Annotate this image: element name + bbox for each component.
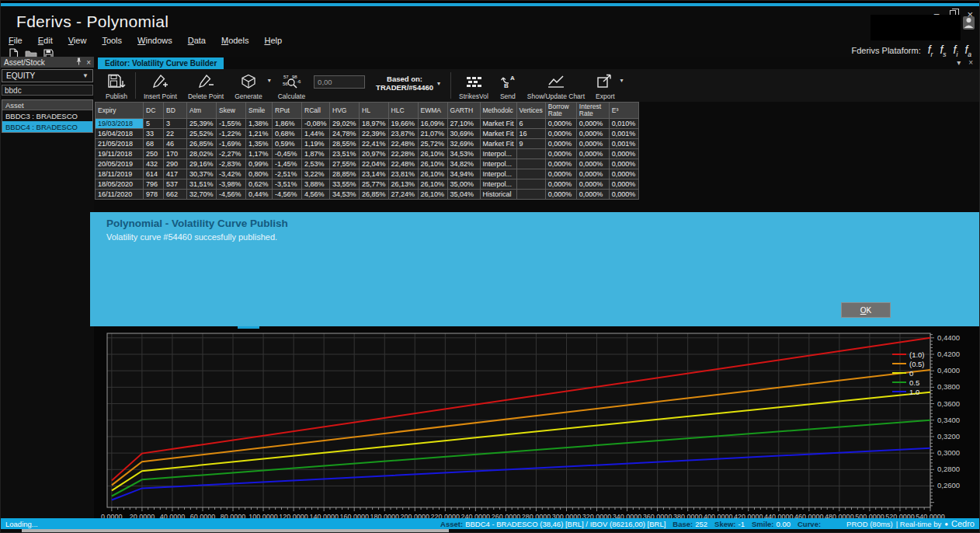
table-cell[interactable] [516,159,545,169]
table-cell[interactable]: 16,09% [418,119,447,129]
table-cell[interactable]: Interpol... [480,149,516,159]
table-cell[interactable]: 0,000% [545,129,576,139]
ok-button[interactable]: OK [841,302,891,318]
table-cell[interactable]: 170 [164,149,187,159]
table-cell[interactable]: 22,48% [388,159,418,169]
table-cell[interactable]: 25,72% [418,139,447,149]
table-cell[interactable]: 2,53% [302,159,330,169]
table-cell[interactable]: Market Fit [480,129,516,139]
table-cell[interactable]: 0,000% [576,129,609,139]
export-dropdown-icon[interactable]: ▾ [620,77,624,84]
table-cell[interactable]: 68 [144,139,164,149]
table-cell[interactable]: 31,51% [187,179,217,190]
publish-button[interactable]: Publish [100,71,133,100]
table-cell[interactable]: 0,001% [609,139,638,149]
table-cell[interactable]: 0,000% [545,169,576,179]
table-cell[interactable] [516,149,545,159]
table-cell[interactable]: 0,000% [609,159,638,169]
table-cell[interactable]: 9 [516,139,545,149]
table-cell[interactable]: 18/11/2019 [96,169,144,179]
tab-list-dropdown-icon[interactable]: ▾ [957,58,961,67]
table-cell[interactable]: 0,000% [609,179,638,190]
table-cell[interactable]: 1,17% [246,149,273,159]
table-cell[interactable]: 0,000% [545,139,576,149]
table-cell[interactable]: 27,55% [330,159,360,169]
table-cell[interactable]: Market Fit [480,119,516,129]
insert-point-button[interactable]: Insert Point [138,71,182,100]
menu-file[interactable]: File [9,36,23,45]
table-cell[interactable]: 35,00% [447,179,480,190]
table-cell[interactable]: 250 [144,149,164,159]
column-header[interactable]: RPut [273,103,302,119]
table-cell[interactable]: 33,55% [330,179,360,190]
fn-fa[interactable]: fa [964,44,971,58]
table-cell[interactable]: 0,000% [576,149,609,159]
table-cell[interactable]: 0,000% [545,119,576,129]
column-header[interactable]: Smile [246,103,273,119]
table-cell[interactable]: 21/05/2018 [96,139,144,149]
column-header[interactable]: Borrow Rate [545,103,576,119]
table-cell[interactable]: 0,44% [246,190,273,200]
column-header[interactable]: Vertices [516,103,545,119]
column-header[interactable]: E³ [609,103,638,119]
send-button[interactable]: A B Send [494,71,522,100]
column-header[interactable]: HVG [330,103,360,119]
table-cell[interactable]: 1,19% [302,139,330,149]
table-cell[interactable]: -1,22% [217,129,246,139]
table-cell[interactable]: 0,001% [609,129,638,139]
table-cell[interactable]: 26,13% [388,179,418,190]
table-cell[interactable]: 34,53% [447,149,480,159]
table-cell[interactable]: 22,28% [388,149,418,159]
table-cell[interactable]: 978 [144,190,164,200]
table-cell[interactable]: 0,010% [609,119,638,129]
table-cell[interactable]: 26,10% [418,179,447,190]
table-cell[interactable]: 1,35% [246,139,273,149]
tab-close-icon[interactable]: × [968,58,973,67]
table-cell[interactable]: 0,000% [609,149,638,159]
table-cell[interactable]: 0,59% [273,139,302,149]
table-cell[interactable]: 3,22% [302,169,330,179]
table-cell[interactable]: -1,45% [273,159,302,169]
asset-list-item-selected[interactable]: BBDC4 : BRADESCO [2,121,92,132]
table-cell[interactable]: 1,44% [302,129,330,139]
table-cell[interactable]: 0,80% [246,169,273,179]
table-cell[interactable]: 24,78% [330,129,360,139]
table-cell[interactable]: Market Fit [480,139,516,149]
table-cell[interactable]: 30,37% [187,169,217,179]
column-header[interactable]: Expiry [96,103,144,119]
table-cell[interactable]: 32,70% [187,190,217,200]
table-cell[interactable]: 25,52% [187,129,217,139]
table-cell[interactable]: 21,07% [418,129,447,139]
table-cell[interactable]: 28,02% [187,149,217,159]
table-cell[interactable]: 1,87% [302,149,330,159]
table-cell[interactable]: -2,51% [273,169,302,179]
table-cell[interactable]: 6 [516,119,545,129]
table-cell[interactable]: 1,21% [246,129,273,139]
strikesvol-button[interactable]: StrikesVol [454,71,494,100]
menu-tools[interactable]: Tools [102,36,122,45]
table-cell[interactable]: -0,08% [302,119,330,129]
column-header[interactable]: Skew [217,103,246,119]
pin-icon[interactable] [75,57,82,67]
table-cell[interactable]: 18/05/2020 [96,179,144,190]
table-cell[interactable]: 0,62% [246,179,273,190]
table-cell[interactable]: 19,66% [388,119,418,129]
table-cell[interactable]: 0,000% [609,190,638,200]
avatar-icon[interactable] [963,16,975,30]
table-cell[interactable]: 28,85% [330,169,360,179]
table-cell[interactable]: 0,000% [576,190,609,200]
table-cell[interactable]: 537 [164,179,187,190]
table-cell[interactable]: Interpol... [480,169,516,179]
table-cell[interactable]: 22,39% [360,129,389,139]
menu-edit[interactable]: Edit [38,36,53,45]
export-button[interactable]: Export [590,71,620,100]
table-cell[interactable]: -0,45% [273,149,302,159]
column-header[interactable]: BD [164,103,187,119]
table-cell[interactable]: 614 [144,169,164,179]
table-cell[interactable]: 0,000% [545,159,576,169]
table-cell[interactable]: 26,10% [418,149,447,159]
table-cell[interactable] [516,169,545,179]
column-header[interactable]: Methodolc [480,103,516,119]
table-cell[interactable]: 0,000% [576,159,609,169]
table-cell[interactable]: 26,10% [418,159,447,169]
